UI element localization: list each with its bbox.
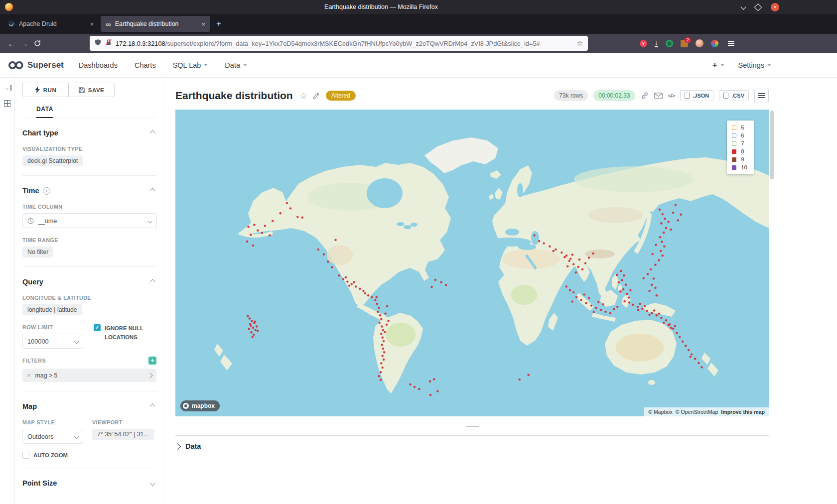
nav-item-dashboards[interactable]: Dashboards xyxy=(79,61,118,69)
legend-swatch-icon xyxy=(732,149,736,154)
export-json-button[interactable]: .JSON xyxy=(680,90,713,101)
close-button[interactable]: × xyxy=(771,3,779,11)
row-limit-select[interactable]: 100000 xyxy=(22,334,83,349)
nav-item-sql-lab[interactable]: SQL Lab xyxy=(173,61,208,69)
time-range-chip[interactable]: No filter xyxy=(22,247,53,257)
viewport-chip[interactable]: 7° 35' 54.02" | 31... xyxy=(92,429,154,440)
insecure-lock-icon[interactable] xyxy=(105,39,112,48)
run-button[interactable]: RUN xyxy=(22,83,69,97)
section-header[interactable]: Time i xyxy=(22,187,156,195)
chevron-down-icon xyxy=(204,64,208,66)
section-header[interactable]: Chart type xyxy=(22,129,156,137)
screen: Earthquake distribution — Mozilla Firefo… xyxy=(0,0,837,504)
resize-handle[interactable] xyxy=(466,426,479,429)
expand-datasource-panel-icon[interactable]: → xyxy=(3,85,11,91)
reload-button[interactable] xyxy=(31,37,44,50)
save-button[interactable]: SAVE xyxy=(68,83,115,97)
section-map: Map MAP STYLE Outdoors VIEWPORT 7° 35' 5… xyxy=(22,402,156,468)
legend-row[interactable]: 5 xyxy=(732,125,747,130)
attribution-osm-link[interactable]: © OpenStreetMap xyxy=(676,409,718,415)
download-icon[interactable]: ↓ xyxy=(655,39,658,47)
legend-label: 7 xyxy=(741,140,744,146)
auto-zoom-label: AUTO ZOOM xyxy=(33,452,68,458)
lonlat-chip[interactable]: longitude | latitude xyxy=(22,304,82,315)
time-column-label: TIME COLUMN xyxy=(22,204,156,210)
legend-row[interactable]: 8 xyxy=(732,148,747,154)
scrollbar[interactable] xyxy=(770,111,774,179)
viz-type-chip[interactable]: deck.gl Scatterplot xyxy=(22,155,83,166)
superset-navbar: Superset DashboardsChartsSQL LabData + S… xyxy=(0,53,837,78)
legend-row[interactable]: 10 xyxy=(732,164,747,170)
map-style-select[interactable]: Outdoors xyxy=(22,429,83,444)
workspace: → RUN SAVE DATA Chart type xyxy=(0,78,837,504)
chart-menu-button[interactable] xyxy=(754,89,769,103)
chevron-up-icon xyxy=(149,188,155,193)
tab-close-icon[interactable]: × xyxy=(90,20,94,28)
extension-badge-count: 2 xyxy=(685,37,691,43)
nav-item-charts[interactable]: Charts xyxy=(135,61,156,69)
auto-zoom-row[interactable]: AUTO ZOOM xyxy=(22,452,156,459)
add-filter-button[interactable]: + xyxy=(148,357,156,365)
pocket-icon[interactable]: ∨ xyxy=(640,40,647,47)
settings-menu[interactable]: Settings xyxy=(738,61,771,69)
tab-close-icon[interactable]: × xyxy=(201,20,205,28)
nav-item-data[interactable]: Data xyxy=(225,61,247,69)
section-header[interactable]: Point Size xyxy=(22,479,156,487)
legend-swatch-icon xyxy=(732,133,736,138)
legend-swatch-icon xyxy=(732,141,736,146)
attribution-mapbox-link[interactable]: © Mapbox xyxy=(648,409,672,415)
new-item-button[interactable]: + xyxy=(712,60,724,70)
profile-avatar[interactable] xyxy=(696,39,703,47)
back-button[interactable]: ← xyxy=(5,37,18,50)
copy-link-icon[interactable] xyxy=(641,92,649,100)
superset-logo-icon xyxy=(8,60,24,71)
bookmark-star-icon[interactable]: ☆ xyxy=(576,39,583,47)
tab-data[interactable]: DATA xyxy=(36,106,53,118)
duration-badge: 00:00:02.33 xyxy=(593,90,635,101)
section-query: Query LONGITUDE & LATITUDE longitude | l… xyxy=(22,278,156,391)
url-text[interactable]: 172.18.0.3:32108/superset/explore/?form_… xyxy=(116,40,572,47)
section-header[interactable]: Map xyxy=(22,402,156,410)
auto-zoom-checkbox[interactable] xyxy=(22,452,29,459)
new-tab-button[interactable]: + xyxy=(212,17,225,30)
url-toolbar: ← → 172.18.0.3:32108/superset/explore/?f… xyxy=(0,34,837,53)
extension-badge-icon[interactable]: 2 xyxy=(681,40,688,47)
run-label: RUN xyxy=(43,87,56,93)
edit-properties-icon[interactable] xyxy=(312,92,320,100)
mapbox-logo[interactable]: mapbox xyxy=(180,400,220,411)
export-csv-button[interactable]: .CSV xyxy=(719,90,749,101)
improve-map-link[interactable]: Improve this map xyxy=(721,409,765,415)
chevron-down-icon xyxy=(148,218,153,223)
legend-row[interactable]: 9 xyxy=(732,156,747,162)
embed-code-icon[interactable]: </> xyxy=(668,93,675,99)
url-path: /superset/explore/?form_data_key=1Ykx7oD… xyxy=(165,40,540,47)
chevron-down-icon xyxy=(720,64,724,66)
firefox-menu-button[interactable] xyxy=(728,43,734,44)
tab-apache-druid[interactable]: Apache Druid × xyxy=(3,16,99,32)
legend-row[interactable]: 6 xyxy=(732,132,747,138)
datasource-grid-icon[interactable] xyxy=(4,100,10,107)
filter-pill[interactable]: × mag > 5 xyxy=(22,369,156,382)
favorite-star-icon[interactable]: ☆ xyxy=(300,91,307,101)
superset-brand[interactable]: Superset xyxy=(8,60,64,71)
email-icon[interactable] xyxy=(654,93,663,99)
remove-filter-icon[interactable]: × xyxy=(27,372,31,379)
legend-swatch-icon xyxy=(732,165,736,170)
legend-label: 5 xyxy=(741,125,744,130)
forward-button[interactable]: → xyxy=(18,37,31,50)
extension-pinwheel-icon[interactable] xyxy=(711,40,718,47)
time-column-select[interactable]: __time xyxy=(22,213,157,228)
map-canvas[interactable]: 5678910 mapbox © Mapbox © OpenStreetMap … xyxy=(175,110,769,416)
ignore-null-checkbox[interactable]: ✓ xyxy=(94,324,101,331)
tracking-shield-icon[interactable] xyxy=(95,39,101,48)
lonlat-label: LONGITUDE & LATITUDE xyxy=(22,295,156,301)
legend-row[interactable]: 7 xyxy=(732,140,747,146)
ignore-null-checkbox-row[interactable]: ✓ IGNORE NULL LOCATIONS xyxy=(94,324,156,342)
extension-circle-icon[interactable] xyxy=(666,40,673,47)
section-header[interactable]: Query xyxy=(22,278,156,286)
data-results-panel[interactable]: Data xyxy=(175,435,769,450)
url-bar[interactable]: 172.18.0.3:32108/superset/explore/?form_… xyxy=(90,36,588,51)
mapbox-logo-icon xyxy=(183,403,189,409)
control-panel: RUN SAVE DATA Chart type VISUALIZATION T… xyxy=(15,78,164,504)
tab-earthquake-distribution[interactable]: ∞ Earthquake distribution × xyxy=(101,16,210,32)
